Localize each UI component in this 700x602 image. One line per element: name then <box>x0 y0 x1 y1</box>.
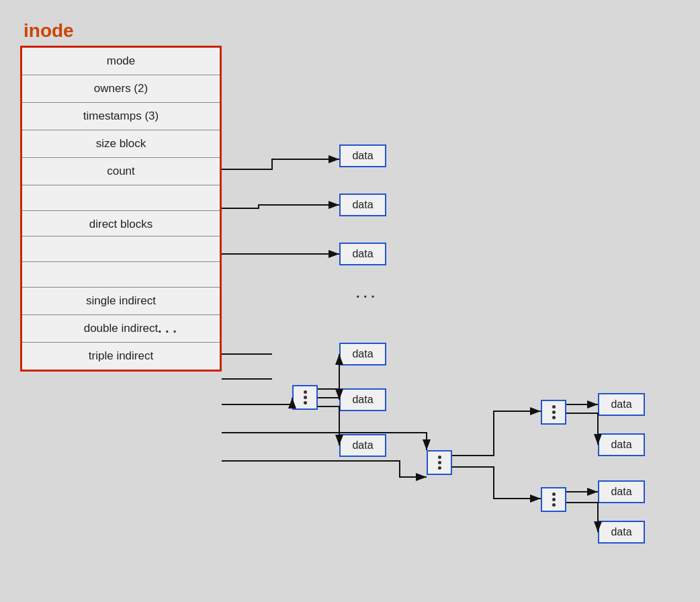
diagram-container: inode mode owners (2) timestamps (3) siz… <box>10 20 689 585</box>
data-box-d10: data <box>598 521 645 544</box>
inode-row-direct1 <box>22 185 220 211</box>
dots-direct: · · · <box>356 289 375 304</box>
data-box-d3: data <box>339 243 386 265</box>
data-box-d7: data <box>598 393 645 416</box>
data-box-d9: data <box>598 480 645 503</box>
inode-row-timestamps: timestamps (3) <box>22 103 220 130</box>
inode-row-direct3 <box>22 236 220 262</box>
inode-box: mode owners (2) timestamps (3) size bloc… <box>20 46 222 372</box>
data-box-d5: data <box>339 388 386 411</box>
data-box-d4: data <box>339 343 386 366</box>
inode-title: inode <box>24 20 74 42</box>
inode-row-direct4 <box>22 262 220 288</box>
dots-inode-direct: · · · <box>158 324 177 339</box>
inode-row-count: count <box>22 158 220 185</box>
ptr-box-double-mid <box>427 450 452 475</box>
inode-row-direct2: direct blocks <box>22 211 220 236</box>
inode-row-sizeblock: size block <box>22 130 220 158</box>
inode-row-single: single indirect <box>22 288 220 315</box>
inode-row-triple: triple indirect <box>22 343 220 370</box>
ptr-box-double-right2 <box>541 487 566 512</box>
data-box-d2: data <box>339 194 386 216</box>
ptr-box-single <box>292 385 318 410</box>
data-box-d1: data <box>339 144 386 167</box>
data-box-d8: data <box>598 433 645 456</box>
inode-row-owners: owners (2) <box>22 75 220 103</box>
data-box-d6: data <box>339 434 386 457</box>
inode-row-mode: mode <box>22 48 220 75</box>
ptr-box-double-right1 <box>541 400 566 425</box>
inode-row-double: double indirect <box>22 315 220 343</box>
